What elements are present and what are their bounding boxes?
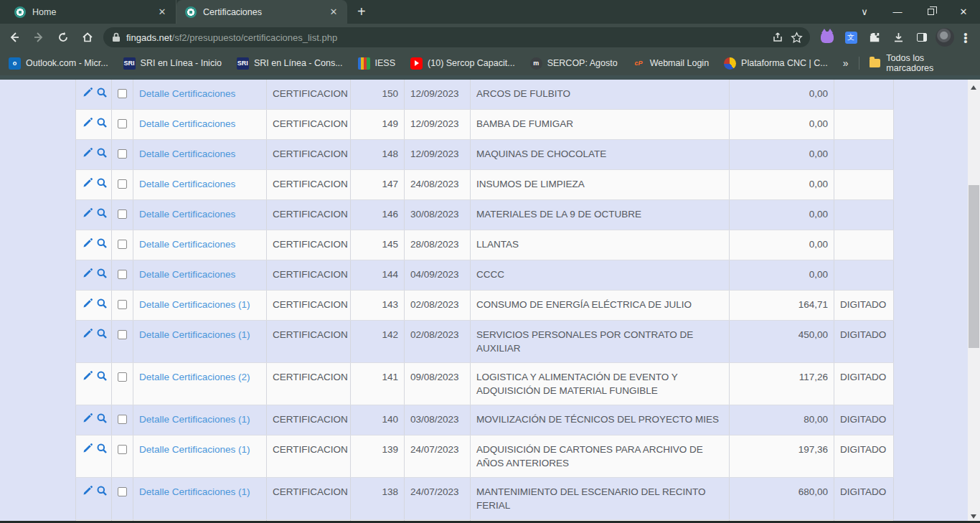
bookmark-item[interactable]: o Outlook.com - Micr...	[9, 57, 108, 70]
share-icon[interactable]	[768, 28, 787, 47]
view-magnifier-icon[interactable]	[96, 237, 108, 253]
scroll-down-icon[interactable]	[971, 514, 976, 519]
detail-link[interactable]: Detalle Certificaciones	[139, 239, 235, 250]
back-button[interactable]	[4, 27, 24, 47]
forward-button[interactable]	[29, 27, 49, 47]
tab-certificaciones[interactable]: Certificaciones ✕	[176, 0, 347, 24]
tab-home[interactable]: Home ✕	[6, 0, 176, 24]
detail-link[interactable]: Detalle Certificaciones	[139, 179, 235, 189]
row-checkbox[interactable]	[118, 119, 127, 128]
edit-pencil-icon[interactable]	[82, 328, 93, 343]
edit-pencil-icon[interactable]	[82, 413, 93, 428]
edit-pencil-icon[interactable]	[82, 207, 93, 222]
edit-pencil-icon[interactable]	[82, 87, 93, 102]
edit-pencil-icon[interactable]	[82, 237, 93, 253]
bookmark-item[interactable]: m SERCOP: Agosto	[530, 57, 618, 70]
side-panel-icon[interactable]	[912, 27, 932, 47]
browser-menu-icon[interactable]: •••	[958, 32, 973, 43]
home-button[interactable]	[77, 27, 98, 47]
row-checkbox[interactable]	[118, 209, 127, 219]
bookmarks-overflow-icon[interactable]: »	[843, 57, 849, 69]
date-cell: 02/08/2023	[405, 321, 471, 363]
detail-link[interactable]: Detalle Certificaciones (1)	[139, 299, 250, 310]
edit-pencil-icon[interactable]	[82, 117, 93, 132]
address-bar[interactable]: fingads.net/sf2/presupuesto/certificacio…	[103, 27, 810, 47]
extensions-puzzle-icon[interactable]	[864, 27, 885, 47]
edit-pencil-icon[interactable]	[82, 147, 93, 162]
number-cell: 140	[351, 405, 405, 435]
edit-pencil-icon[interactable]	[82, 298, 93, 313]
detail-link[interactable]: Detalle Certificaciones	[139, 88, 235, 99]
view-magnifier-icon[interactable]	[96, 370, 108, 385]
row-checkbox[interactable]	[118, 179, 127, 189]
folder-icon	[870, 59, 881, 67]
view-magnifier-icon[interactable]	[96, 413, 108, 428]
bookmark-item[interactable]: SRI SRI en Línea - Cons...	[237, 57, 343, 70]
row-checkbox[interactable]	[118, 445, 127, 454]
view-magnifier-icon[interactable]	[96, 328, 108, 343]
detail-link[interactable]: Detalle Certificaciones (1)	[139, 329, 250, 340]
edit-pencil-icon[interactable]	[82, 443, 93, 458]
bookmark-item[interactable]: (10) Sercop Capacit...	[410, 57, 515, 70]
view-magnifier-icon[interactable]	[96, 147, 108, 162]
amount-cell: 0,00	[730, 170, 834, 200]
type-cell: CERTIFICACION	[267, 478, 351, 520]
new-tab-button[interactable]: +	[357, 0, 366, 24]
profile-avatar[interactable]	[936, 28, 954, 47]
edit-pencil-icon[interactable]	[82, 370, 93, 385]
table-row: Detalle Certificaciones (1) CERTIFICACIO…	[76, 435, 894, 478]
bookmark-item[interactable]: cP Webmail Login	[633, 57, 709, 70]
tab-close-icon[interactable]: ✕	[327, 6, 340, 19]
detail-link[interactable]: Detalle Certificaciones	[139, 118, 235, 129]
status-cell	[834, 230, 894, 260]
view-magnifier-icon[interactable]	[96, 87, 108, 102]
row-checkbox[interactable]	[118, 240, 127, 249]
row-checkbox[interactable]	[118, 415, 127, 424]
download-icon[interactable]	[888, 27, 908, 47]
translate-icon[interactable]: 文	[841, 27, 861, 47]
detail-link[interactable]: Detalle Certificaciones (1)	[139, 486, 250, 497]
vertical-scrollbar[interactable]	[968, 80, 980, 523]
view-magnifier-icon[interactable]	[96, 298, 108, 313]
reload-button[interactable]	[53, 27, 73, 47]
bookmark-item[interactable]: IESS	[358, 57, 396, 70]
view-magnifier-icon[interactable]	[96, 443, 108, 458]
bookmark-item[interactable]: SRI SRI en Línea - Inicio	[123, 57, 222, 70]
row-checkbox[interactable]	[118, 270, 127, 279]
view-magnifier-icon[interactable]	[96, 207, 108, 222]
scroll-up-icon[interactable]	[971, 85, 976, 90]
row-checkbox[interactable]	[118, 149, 127, 159]
row-checkbox[interactable]	[118, 89, 127, 98]
detail-link[interactable]: Detalle Certificaciones (1)	[139, 444, 250, 455]
number-cell: 148	[351, 140, 405, 170]
detail-link[interactable]: Detalle Certificaciones	[139, 209, 235, 220]
row-checkbox[interactable]	[118, 330, 127, 339]
close-button[interactable]: ✕	[947, 0, 980, 24]
bookmark-item[interactable]: Plataforma CNC | C...	[724, 57, 828, 70]
edit-pencil-icon[interactable]	[82, 177, 93, 192]
view-magnifier-icon[interactable]	[96, 485, 108, 500]
scrollbar-thumb[interactable]	[969, 185, 979, 348]
row-checkbox[interactable]	[118, 487, 127, 496]
row-checkbox[interactable]	[118, 300, 127, 309]
edit-pencil-icon[interactable]	[82, 268, 93, 283]
bookmark-star-icon[interactable]	[787, 28, 806, 47]
view-magnifier-icon[interactable]	[96, 268, 108, 283]
detail-link[interactable]: Detalle Certificaciones	[139, 269, 235, 280]
tab-search-icon[interactable]: ∨	[848, 0, 881, 24]
detail-link[interactable]: Detalle Certificaciones (2)	[139, 372, 250, 382]
restore-button[interactable]	[914, 0, 947, 24]
minimize-button[interactable]: —	[881, 0, 914, 24]
tab-close-icon[interactable]: ✕	[156, 6, 169, 19]
number-cell: 144	[351, 260, 405, 291]
extension-cat-icon[interactable]	[817, 27, 837, 47]
edit-pencil-icon[interactable]	[82, 485, 93, 500]
view-magnifier-icon[interactable]	[96, 177, 108, 192]
detail-link[interactable]: Detalle Certificaciones (1)	[139, 414, 250, 425]
all-bookmarks-label[interactable]: Todos los marcadores	[886, 53, 973, 73]
detail-link[interactable]: Detalle Certificaciones	[139, 149, 235, 159]
row-checkbox[interactable]	[118, 372, 127, 382]
status-cell	[834, 200, 894, 230]
view-magnifier-icon[interactable]	[96, 117, 108, 132]
tab-strip: Home ✕ Certificaciones ✕ + ∨ — ✕	[0, 0, 980, 24]
